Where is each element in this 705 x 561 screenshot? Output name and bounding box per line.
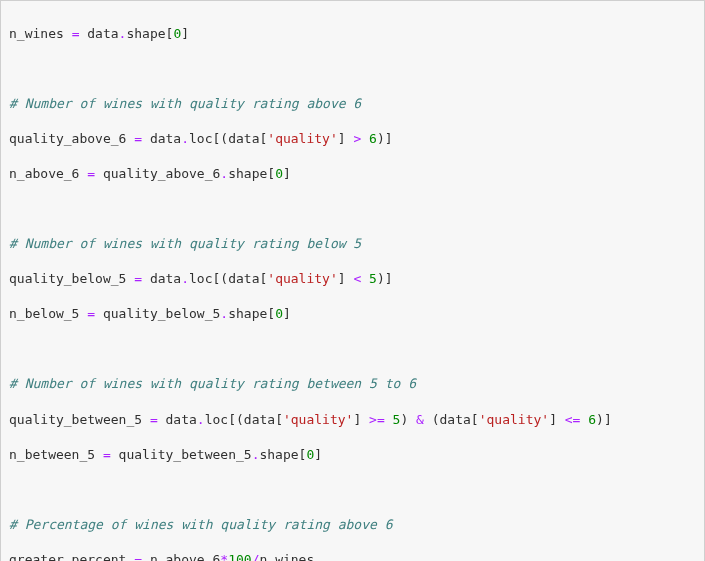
code-line: quality_between_5 = data.loc[(data['qual… [9, 411, 696, 429]
blank-line [9, 200, 696, 218]
code-line: quality_below_5 = data.loc[(data['qualit… [9, 270, 696, 288]
code-line: n_between_5 = quality_between_5.shape[0] [9, 446, 696, 464]
blank-line [9, 60, 696, 78]
jupyter-cell: n_wines = data.shape[0] # Number of wine… [0, 0, 705, 561]
blank-line [9, 340, 696, 358]
blank-line [9, 481, 696, 499]
comment: # Percentage of wines with quality ratin… [9, 516, 696, 534]
code-input[interactable]: n_wines = data.shape[0] # Number of wine… [0, 0, 705, 561]
comment: # Number of wines with quality rating be… [9, 235, 696, 253]
comment: # Number of wines with quality rating be… [9, 375, 696, 393]
code-line: n_wines = data.shape[0] [9, 25, 696, 43]
code-line: n_below_5 = quality_below_5.shape[0] [9, 305, 696, 323]
code-line: quality_above_6 = data.loc[(data['qualit… [9, 130, 696, 148]
code-line: greater_percent = n_above_6*100/n_wines [9, 551, 696, 561]
code-line: n_above_6 = quality_above_6.shape[0] [9, 165, 696, 183]
comment: # Number of wines with quality rating ab… [9, 95, 696, 113]
